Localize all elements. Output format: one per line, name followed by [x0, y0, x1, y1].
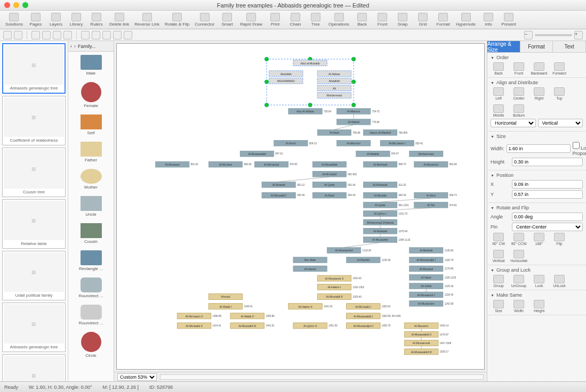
shape-father[interactable]: Father [68, 138, 114, 166]
tab-format[interactable]: Format [520, 41, 553, 52]
page-thumbnail[interactable]: ▦Coefficient of relatedness [2, 96, 66, 145]
btn-back[interactable]: Back [491, 62, 507, 75]
shape-uncle[interactable]: Uncle [68, 193, 114, 220]
shape-female[interactable]: Female [68, 79, 114, 111]
library-fwd-icon[interactable]: › [74, 44, 76, 49]
page-thumbnail[interactable]: ▦ [2, 354, 66, 381]
line-tool[interactable] [31, 31, 40, 39]
horizontal-scrollbar[interactable] [160, 374, 484, 380]
btn-top[interactable]: Top [551, 87, 567, 100]
shape-mother[interactable]: Mother [68, 166, 114, 193]
pencil-tool[interactable] [113, 31, 122, 39]
btn-ungroup[interactable]: UnGroup [511, 275, 527, 288]
text-tool[interactable] [14, 31, 22, 39]
btn-height[interactable]: Height [531, 300, 547, 313]
y-input[interactable] [512, 190, 583, 199]
page-thumbnail[interactable]: ▦Udall political family [2, 251, 66, 300]
angle-input[interactable] [512, 213, 583, 221]
toolbar-back[interactable]: Back [352, 11, 372, 28]
btn-left[interactable]: Left [491, 87, 507, 100]
btn-flip[interactable]: Flip [551, 233, 567, 246]
toolbar-rulers[interactable]: Rulers [87, 11, 106, 28]
toolbar-rotate-flip[interactable]: Rotate & Flip [163, 11, 191, 28]
arc-tool[interactable] [42, 31, 51, 39]
shape-cousin[interactable]: Cousin [68, 220, 114, 247]
btn-bottom[interactable]: Bottom [511, 104, 527, 117]
shape-roundrect-[interactable]: Roundrect ... [68, 274, 114, 301]
svg-text:1180-1225: 1180-1225 [445, 276, 456, 279]
toolbar-library[interactable]: Library [67, 11, 86, 28]
align-v-select[interactable]: Vertical [538, 119, 583, 127]
zoom-out[interactable]: − [524, 31, 533, 39]
btn-horizontal[interactable]: Horizontal [511, 250, 527, 263]
page-thumbnail[interactable]: ▦Cousin tree [2, 148, 66, 197]
toolbar-rapid-draw[interactable]: Rapid Draw [238, 11, 264, 28]
btn-middle[interactable]: Middle [491, 104, 507, 117]
spline-tool[interactable] [63, 31, 72, 39]
shape-rectangle-[interactable]: Rectangle ... [68, 247, 114, 274]
align-h-select[interactable]: Horizontal [491, 119, 536, 127]
brush-tool[interactable] [124, 31, 132, 39]
toolbar-connector[interactable]: Connector [192, 11, 216, 28]
shape-male[interactable]: Male [68, 52, 114, 79]
shape-self[interactable]: Self [68, 111, 114, 138]
btn-backward[interactable]: Backward [531, 62, 547, 75]
zoom-select[interactable]: Custom 53% [117, 373, 157, 381]
page-thumbnail[interactable]: ▦Abbasids genealogic tree [2, 43, 66, 94]
bezier-tool[interactable] [53, 31, 61, 39]
toolbar-smart[interactable]: Smart [218, 11, 237, 28]
btn--cw[interactable]: 90° CW [491, 233, 507, 246]
btn-center[interactable]: Center [511, 87, 527, 100]
shape-circle[interactable]: Circle [68, 329, 114, 361]
drawing-canvas[interactable]: Abd al-MuttalibAbdallahMUHAMMADAl-AbbasA… [116, 43, 485, 370]
library-back-icon[interactable]: ‹ [70, 44, 72, 49]
toolbar-print[interactable]: Print [266, 11, 285, 28]
svg-text:Al-Watik I: Al-Watik I [219, 305, 231, 308]
toolbar-layers[interactable]: Layers [46, 11, 66, 28]
page-thumbnail[interactable]: ▦Abbasids genealogic tree [2, 303, 66, 352]
pin-select[interactable]: Center-Center [512, 223, 583, 231]
pointer-tool[interactable] [3, 31, 12, 39]
toolbar-tree[interactable]: Tree [306, 11, 325, 28]
toolbar-front[interactable]: Front [373, 11, 392, 28]
toolbar-delete-link[interactable]: Delete link [107, 11, 131, 28]
zoom-in[interactable]: + [574, 31, 583, 39]
btn-width[interactable]: Width [511, 300, 527, 313]
ellipse-tool[interactable] [92, 31, 100, 39]
toolbar-chain[interactable]: Chain [286, 11, 305, 28]
btn--ccw[interactable]: 90° CCW [511, 233, 527, 246]
width-input[interactable] [507, 144, 571, 153]
toolbar-format[interactable]: Format [434, 11, 453, 28]
toolbar-present[interactable]: Present [499, 11, 518, 28]
tab-text[interactable]: Text [553, 41, 586, 52]
toolbar-snap[interactable]: Snap [393, 11, 412, 28]
shape-roundrect-[interactable]: Roundrect ... [68, 301, 114, 329]
rect-tool[interactable] [81, 31, 90, 39]
btn-lock[interactable]: Lock [531, 275, 547, 288]
tab-arrange[interactable]: Arrange & Size [487, 41, 520, 52]
svg-text:Al-Mustansir II: Al-Mustansir II [325, 277, 344, 280]
btn-size[interactable]: Size [491, 300, 507, 313]
toolbar-grid[interactable]: Grid [413, 11, 432, 28]
toolbar-pages[interactable]: Pages [26, 11, 45, 28]
btn--[interactable]: 180° [531, 233, 547, 246]
toolbar-reverse-link[interactable]: Reverse Link [132, 11, 162, 28]
lock-proportions[interactable] [573, 141, 580, 150]
btn-front[interactable]: Front [511, 62, 527, 75]
toolbar-operations[interactable]: Operations [326, 11, 351, 28]
btn-group[interactable]: Group [491, 275, 507, 288]
toolbar-solutions[interactable]: Solutions [3, 11, 25, 28]
x-input[interactable] [512, 180, 583, 189]
btn-vertical[interactable]: Vertical [491, 250, 507, 263]
page-thumbnail[interactable]: ▦Relative table [2, 199, 66, 249]
height-input[interactable] [512, 158, 583, 166]
btn-right[interactable]: Right [531, 87, 547, 100]
star-tool[interactable] [102, 31, 111, 39]
btn-forward[interactable]: Forward [551, 62, 567, 75]
library-breadcrumb[interactable]: Family... [78, 44, 95, 49]
zoom-slider[interactable] [535, 34, 572, 36]
toolbar-info[interactable]: Info [479, 11, 498, 28]
section-align: Align and Distribute [491, 80, 583, 85]
toolbar-hypernote[interactable]: Hypernote [454, 11, 478, 28]
btn-unlock[interactable]: UnLock [551, 275, 567, 288]
